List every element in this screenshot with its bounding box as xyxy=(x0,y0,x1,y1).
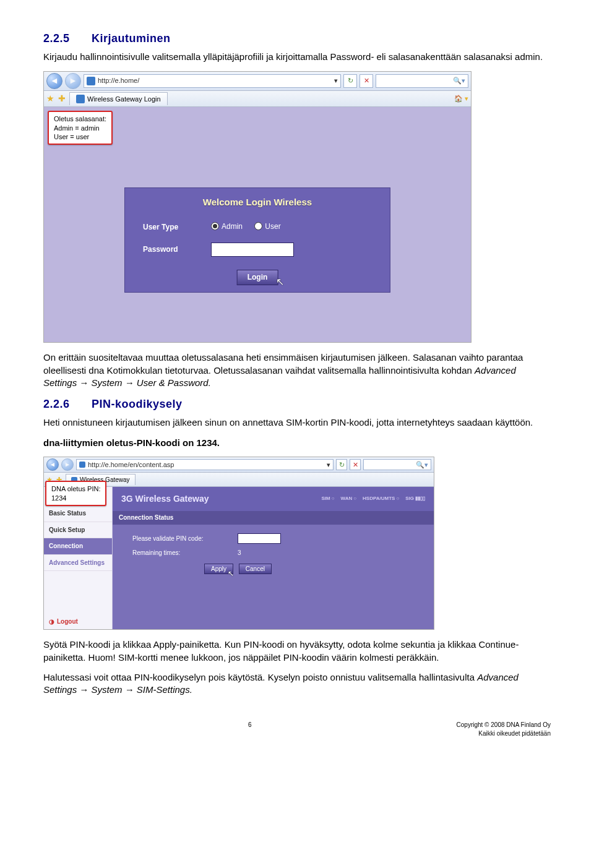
browser-tab[interactable]: Wireless Gateway Login xyxy=(69,92,168,106)
status-indicators: SIM ○ WAN ○ HSDPA/UMTS ○ SIG ▮▮▯▯ xyxy=(321,496,425,502)
para-tail-2: Halutessasi voit ottaa PIN-koodikyselyn … xyxy=(43,671,551,697)
panel-title: Connection Status xyxy=(113,511,434,525)
tip-title: Oletus salasanat: xyxy=(54,114,106,123)
tip-line2: User = user xyxy=(54,132,106,141)
url-text: http://e.home/en/content.asp xyxy=(88,460,174,470)
browser-nav-bar: ◄ ► http://e.home/en/content.asp ▾ ↻ ✕ 🔍… xyxy=(44,457,434,473)
cancel-button[interactable]: Cancel xyxy=(239,564,272,574)
stop-button[interactable]: ✕ xyxy=(359,74,373,88)
tip-line1: 1234 xyxy=(51,494,100,502)
login-card: Welcome Login Wireless User Type Admin U… xyxy=(124,187,390,292)
sidebar: Basic Status Quick Setup Connection Adva… xyxy=(44,487,113,629)
page-number: 6 xyxy=(248,721,252,737)
main-panel: 3G Wireless Gateway SIM ○ WAN ○ HSDPA/UM… xyxy=(113,487,434,629)
label-password: Password xyxy=(143,244,199,254)
gateway-body: Basic Status Quick Setup Connection Adva… xyxy=(44,487,434,629)
para-tail-1: Syötä PIN-koodi ja klikkaa Apply-painike… xyxy=(43,638,551,664)
sig-sim: SIM ○ xyxy=(321,496,334,502)
para-225: Kirjaudu hallinnointisivulle valitsemall… xyxy=(43,51,551,63)
refresh-button[interactable]: ↻ xyxy=(336,459,347,470)
sig-wan: WAN ○ xyxy=(341,496,357,502)
home-icon[interactable]: 🏠 ▾ xyxy=(454,94,468,103)
tab-title: Wireless Gateway Login xyxy=(87,95,161,104)
sig-hsdpa: HSDPA/UMTS ○ xyxy=(363,496,399,502)
para-226-1: Heti onnistuneen kirjautumisen jälkeen s… xyxy=(43,416,551,429)
refresh-button[interactable]: ↻ xyxy=(343,74,357,88)
sig-signal: SIG ▮▮▯▯ xyxy=(405,496,425,502)
radio-dot-icon xyxy=(211,222,219,230)
cursor-icon: ↖ xyxy=(228,569,234,578)
screenshot-pin: ◄ ► http://e.home/en/content.asp ▾ ↻ ✕ 🔍… xyxy=(43,457,434,630)
sidebar-item-connection[interactable]: Connection xyxy=(44,538,112,555)
login-button[interactable]: Login xyxy=(237,270,278,285)
label-remaining: Remaining times: xyxy=(132,549,238,557)
heading-num: 2.2.5 xyxy=(43,32,70,45)
heading-226: 2.2.6 PIN-koodikysely xyxy=(43,397,551,411)
back-button[interactable]: ◄ xyxy=(46,73,62,89)
radio-dot-icon xyxy=(254,222,262,230)
forward-button[interactable]: ► xyxy=(61,458,74,471)
tooltip-default-passwords: Oletus salasanat: Admin = admin User = u… xyxy=(48,111,113,145)
login-title: Welcome Login Wireless xyxy=(124,196,390,208)
search-box[interactable]: 🔍▾ xyxy=(376,74,468,88)
page-icon xyxy=(79,462,85,468)
address-bar[interactable]: http://e.home/en/content.asp ▾ xyxy=(76,459,334,470)
para-mid: On erittäin suositeltavaa muuttaa oletus… xyxy=(43,351,551,389)
gateway-header: 3G Wireless Gateway SIM ○ WAN ○ HSDPA/UM… xyxy=(113,487,434,511)
heading-title: Kirjautuminen xyxy=(92,32,171,45)
forward-button[interactable]: ► xyxy=(65,73,81,89)
url-text: http://e.home/ xyxy=(98,76,139,85)
heading-title: PIN-koodikysely xyxy=(92,398,183,410)
radio-admin[interactable]: Admin xyxy=(211,221,243,231)
pin-input[interactable]: ••• xyxy=(238,533,281,544)
back-button[interactable]: ◄ xyxy=(46,458,59,471)
address-bar[interactable]: http://e.home/ ▾ xyxy=(84,74,341,88)
gateway-title: 3G Wireless Gateway xyxy=(121,493,209,505)
sidebar-item-quick[interactable]: Quick Setup xyxy=(44,522,112,539)
radio-user[interactable]: User xyxy=(254,221,280,231)
password-input[interactable]: ••••• xyxy=(211,243,294,256)
cursor-icon: ↖ xyxy=(276,275,284,289)
sidebar-item-basic[interactable]: Basic Status xyxy=(44,505,112,522)
page-icon xyxy=(87,77,95,85)
copyright-line1: Copyright © 2008 DNA Finland Oy xyxy=(457,721,551,728)
remaining-value: 3 xyxy=(238,549,241,557)
page-body: Oletus salasanat: Admin = admin User = u… xyxy=(44,107,471,342)
copyright-line2: Kaikki oikeudet pidätetään xyxy=(478,730,551,737)
browser-nav-bar: ◄ ► http://e.home/ ▾ ↻ ✕ 🔍▾ xyxy=(44,72,471,91)
logout-button[interactable]: ◑ Logout xyxy=(44,614,112,630)
add-fav-icon[interactable]: ✚ xyxy=(58,93,66,105)
para-226-2: dna-liittymien oletus-PIN-koodi on 1234. xyxy=(43,437,551,449)
screenshot-login: ◄ ► http://e.home/ ▾ ↻ ✕ 🔍▾ ★ ✚ Wireless… xyxy=(43,71,471,343)
stop-button[interactable]: ✕ xyxy=(350,459,361,470)
page-footer: 6 Copyright © 2008 DNA Finland Oy Kaikki… xyxy=(43,721,551,737)
logout-icon: ◑ xyxy=(49,617,54,626)
tip-line1: Admin = admin xyxy=(54,124,106,132)
tip-title: DNA oletus PIN: xyxy=(51,484,100,493)
tab-icon xyxy=(76,95,85,103)
tooltip-default-pin: DNA oletus PIN: 1234 xyxy=(45,481,106,506)
connection-panel: Connection Status Please validate PIN co… xyxy=(113,511,434,629)
heading-num: 2.2.6 xyxy=(43,398,70,410)
search-box[interactable]: 🔍▾ xyxy=(363,459,431,470)
sidebar-item-advanced[interactable]: Advanced Settings xyxy=(44,555,112,572)
label-user-type: User Type xyxy=(143,222,199,232)
favorites-icon[interactable]: ★ xyxy=(46,93,54,105)
browser-tab-bar: ★ ✚ Wireless Gateway Login 🏠 ▾ xyxy=(44,91,471,108)
heading-225: 2.2.5 Kirjautuminen xyxy=(43,31,551,46)
label-validate-pin: Please validate PIN code: xyxy=(132,535,238,543)
